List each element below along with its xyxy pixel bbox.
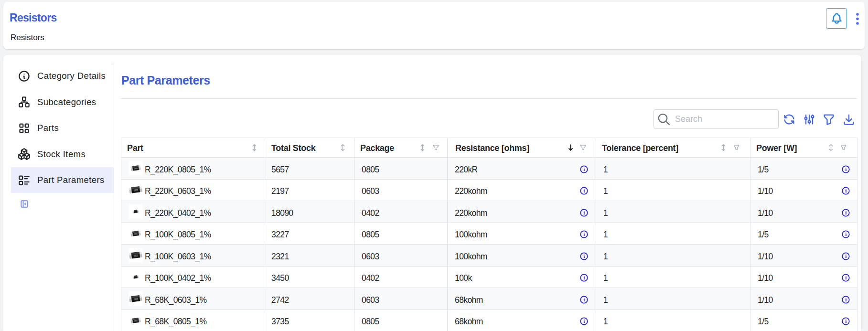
svg-text:i: i: [583, 297, 585, 302]
svg-text:i: i: [583, 166, 585, 172]
svg-text:i: i: [845, 275, 847, 281]
svg-text:0603: 0603: [133, 189, 138, 192]
svg-text:i: i: [845, 319, 847, 324]
svg-text:i: i: [583, 275, 585, 281]
svg-text:i: i: [845, 232, 847, 237]
svg-text:0603: 0603: [133, 254, 138, 257]
svg-text:i: i: [583, 188, 585, 194]
svg-text:i: i: [845, 253, 847, 259]
svg-text:i: i: [583, 253, 585, 259]
svg-text:i: i: [845, 210, 847, 215]
svg-text:i: i: [583, 232, 585, 237]
svg-text:i: i: [845, 188, 847, 194]
svg-text:i: i: [583, 210, 585, 215]
svg-text:i: i: [845, 166, 847, 172]
svg-text:i: i: [583, 319, 585, 324]
svg-text:0603: 0603: [133, 297, 138, 300]
svg-text:i: i: [845, 297, 847, 302]
